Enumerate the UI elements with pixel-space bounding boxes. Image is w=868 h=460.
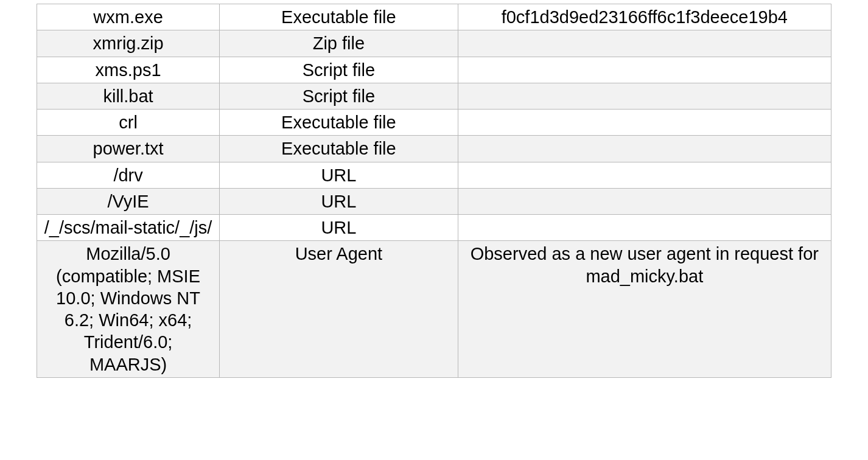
table-row: xms.ps1Script file	[37, 57, 831, 83]
table-row: crlExecutable file	[37, 110, 831, 136]
indicator-cell: power.txt	[37, 136, 220, 162]
table-row: xmrig.zipZip file	[37, 30, 831, 57]
table-row: wxm.exeExecutable filef0cf1d3d9ed23166ff…	[37, 4, 831, 30]
type-cell: URL	[220, 215, 458, 241]
note-cell	[458, 110, 831, 136]
indicator-cell: /drv	[37, 162, 220, 188]
indicator-cell: wxm.exe	[37, 4, 220, 30]
note-cell	[458, 30, 831, 57]
note-cell	[458, 215, 831, 241]
table-row: power.txtExecutable file	[37, 136, 831, 162]
indicator-cell: /VyIE	[37, 188, 220, 214]
note-cell: Observed as a new user agent in request …	[458, 241, 831, 378]
table-row: kill.batScript file	[37, 83, 831, 109]
note-cell	[458, 136, 831, 162]
indicator-cell: Mozilla/5.0 (compatible; MSIE 10.0; Wind…	[37, 241, 220, 378]
indicator-cell: kill.bat	[37, 83, 220, 109]
table-row: Mozilla/5.0 (compatible; MSIE 10.0; Wind…	[37, 241, 831, 378]
note-cell	[458, 188, 831, 214]
type-cell: User Agent	[220, 241, 458, 378]
note-cell	[458, 162, 831, 188]
type-cell: Executable file	[220, 4, 458, 30]
indicator-cell: /_/scs/mail-static/_/js/	[37, 215, 220, 241]
note-cell	[458, 83, 831, 109]
type-cell: Executable file	[220, 110, 458, 136]
note-cell: f0cf1d3d9ed23166ff6c1f3deece19b4	[458, 4, 831, 30]
table-row: /VyIEURL	[37, 188, 831, 214]
type-cell: URL	[220, 188, 458, 214]
indicator-cell: xmrig.zip	[37, 30, 220, 57]
note-cell	[458, 57, 831, 83]
type-cell: Executable file	[220, 136, 458, 162]
ioc-table: wxm.exeExecutable filef0cf1d3d9ed23166ff…	[37, 4, 831, 378]
type-cell: Script file	[220, 57, 458, 83]
type-cell: URL	[220, 162, 458, 188]
table-row: /drvURL	[37, 162, 831, 188]
type-cell: Script file	[220, 83, 458, 109]
table-row: /_/scs/mail-static/_/js/URL	[37, 215, 831, 241]
indicator-cell: crl	[37, 110, 220, 136]
type-cell: Zip file	[220, 30, 458, 57]
indicator-cell: xms.ps1	[37, 57, 220, 83]
